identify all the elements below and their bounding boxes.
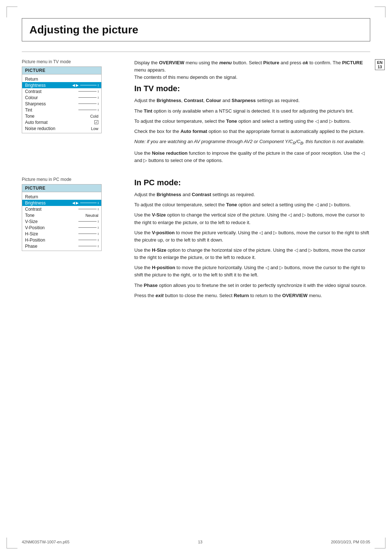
pc-para-8: Press the exit button to close the menu.… [134,292,370,299]
tv-menu-tone: Tone Cold [22,113,101,119]
footer-timestamp: 2003/10/23, PM 03:05 [331,540,370,544]
section-gap [134,167,370,178]
tv-menu-sharpness: Sharpness [22,101,101,107]
arrow-left-icon: ◀ [72,83,75,87]
pc-mode-section: In PC mode: Adjust the Brightness and Co… [134,178,370,299]
pc-para-4: Use the V-position to move the picture v… [134,229,370,244]
pc-menu-hsize: H-Size [22,231,101,237]
pc-menu-hposition: H-Position [22,237,101,243]
pc-picture-menu: PICTURE Return Brightness ◀ ▶ [22,184,102,251]
tv-menu-label: Picture menu in TV mode [22,59,123,64]
tv-note: Note: if you are watching an AV programm… [134,138,370,146]
tv-menu-colour: Colour [22,94,101,101]
pc-para-5: Use the H-Size option to change the hori… [134,247,370,261]
tv-para-2: The Tint option is only available when a… [134,108,370,115]
section-divider [22,52,370,52]
pc-menu-body: Return Brightness ◀ ▶ Cont [22,192,101,251]
pc-menu-tone: Tone Neutral [22,212,101,218]
tv-mode-section: EN 13 Display the OVERVIEW menu using th… [134,59,370,164]
pc-menu-brightness: Brightness ◀ ▶ [22,200,101,206]
tv-menu-body: Return Brightness ◀ ▶ Cont [22,74,101,133]
footer-page-number: 13 [198,540,202,544]
corner-br [375,538,385,548]
tv-para-3: To adjust the colour temperature, select… [134,118,370,125]
page-footer: 42NM03STW-1007-en.p65 13 2003/10/23, PM … [22,540,370,544]
tv-para-1: Adjust the Brightness, Contrast, Colour … [134,97,370,104]
page-title: Adjusting the picture [29,24,138,36]
pc-menu-contrast: Contrast [22,206,101,212]
auto-format-checkbox: ✓ [94,120,98,124]
tv-menu-noise-reduction: Noise reduction Low [22,125,101,131]
en-badge: EN 13 [375,59,385,70]
tv-menu-return: Return [22,76,101,82]
right-column: EN 13 Display the OVERVIEW menu using th… [134,59,370,302]
footer-filename: 42NM03STW-1007-en.p65 [22,540,69,544]
pc-menu-label: Picture menu in PC mode [22,177,123,182]
pc-menu-vsize: V-Size [22,218,101,224]
pc-para-2: To adjust the colour temperature, select… [134,201,370,208]
en-page: 13 [377,65,382,69]
tv-picture-menu: PICTURE Return Brightness ◀ ▶ [22,66,102,133]
tv-intro-text: Display the OVERVIEW menu using the menu… [134,59,370,81]
pc-menu-return: Return [22,194,101,200]
corner-bl [7,538,17,548]
arrow-right-icon: ▶ [76,83,79,87]
pc-para-3: Use the V-Size option to change the vert… [134,211,370,226]
tv-menu-header: PICTURE [22,67,101,74]
corner-tl [7,7,17,17]
tv-para-5: Use the Noise reduction function to impr… [134,150,370,164]
tv-menu-tint: Tint [22,107,101,113]
spacer [22,148,123,177]
tv-menu-contrast: Contrast [22,88,101,94]
corner-tr [375,7,385,17]
pc-arrow-right-icon: ▶ [76,201,79,205]
en-lang: EN [377,60,383,65]
main-layout: Picture menu in TV mode PICTURE Return B… [22,59,370,302]
tv-menu-brightness: Brightness ◀ ▶ [22,82,101,88]
pc-menu-header: PICTURE [22,185,101,192]
pc-menu-vposition: V-Position [22,224,101,231]
title-box: Adjusting the picture [22,18,370,41]
pc-menu-phase: Phase [22,243,101,249]
pc-para-6: Use the H-position to move the picture h… [134,264,370,279]
tv-menu-auto-format: Auto format ✓ [22,119,101,125]
left-column: Picture menu in TV mode PICTURE Return B… [22,59,123,302]
tv-para-4: Check the box for the Auto format option… [134,128,370,135]
pc-para-7: The Phase option allows you to finetune … [134,282,370,289]
pc-para-1: Adjust the Brightness and Contrast setti… [134,191,370,198]
pc-arrow-left-icon: ◀ [72,201,75,205]
tv-mode-heading: In TV mode: [134,84,370,93]
pc-mode-heading: In PC mode: [134,178,370,187]
